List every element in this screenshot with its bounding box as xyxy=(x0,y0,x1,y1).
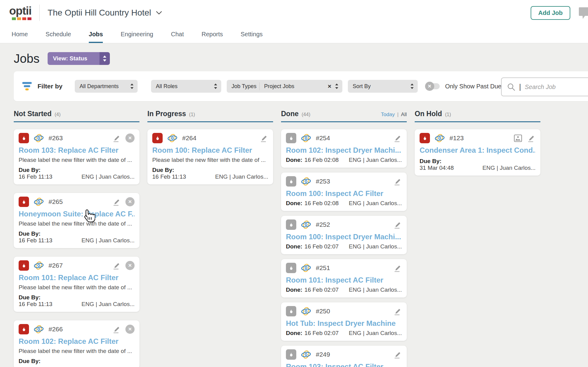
hotel-selector[interactable]: The Optii Hill Country Hotel xyxy=(48,8,162,18)
roles-select[interactable]: All Roles xyxy=(151,80,221,93)
job-id: #267 xyxy=(49,262,63,269)
time-value: 16 Feb 11:13 xyxy=(19,237,52,244)
job-id: #264 xyxy=(182,134,197,142)
chat-bubble-icon[interactable] xyxy=(578,6,588,19)
job-card[interactable]: #249 Room 103: Inspect AC Filter xyxy=(281,346,407,367)
card-header: #250 xyxy=(286,306,402,316)
job-card[interactable]: #123 Condenser Area 1: Inspect Cond... D… xyxy=(415,129,540,176)
assignee: ENG | Juan Carlos... xyxy=(81,301,135,308)
close-icon[interactable]: ✕ xyxy=(125,325,135,334)
job-card[interactable]: #250 Hot Tub: Inspect Dryer Machine Done… xyxy=(281,302,407,341)
add-job-button[interactable]: Add Job xyxy=(531,6,570,20)
assignee: ENG | Juan Carlos... xyxy=(349,200,402,207)
job-types-divider xyxy=(259,82,260,90)
job-card[interactable]: #266 ✕ Room 102: Replace AC Filter Pleas… xyxy=(14,320,139,367)
flame-icon xyxy=(155,135,161,141)
job-card[interactable]: #265 ✕ Honeymoon Suite: Replace AC F... … xyxy=(14,193,139,248)
edit-pencil-icon[interactable] xyxy=(112,325,121,334)
job-card[interactable]: #263 ✕ Room 103: Replace AC Filter Pleas… xyxy=(14,129,139,184)
edit-pencil-icon[interactable] xyxy=(112,198,121,206)
card-footer: Done:16 Feb 02:07 ENG | Juan Carlos... xyxy=(286,243,402,250)
job-title[interactable]: Room 103: Replace AC Filter xyxy=(19,146,135,154)
edit-pencil-icon[interactable] xyxy=(393,307,402,316)
job-title[interactable]: Room 102: Replace AC Filter xyxy=(19,337,135,345)
job-title[interactable]: Room 100: Inspect Dryer Machi... xyxy=(286,233,402,241)
done-label: Done: xyxy=(286,330,302,336)
edit-pencil-icon[interactable] xyxy=(393,220,402,229)
tab-chat[interactable]: Chat xyxy=(171,26,184,43)
column-header: Done (44) Today | All xyxy=(281,110,407,122)
column-count: (4) xyxy=(55,112,61,117)
card-footer: Done:16 Feb 02:07 ENG | Juan Carlos... xyxy=(286,330,402,337)
project-orbit-icon xyxy=(33,134,45,143)
tab-home[interactable]: Home xyxy=(12,26,28,43)
job-card[interactable]: #267 ✕ Room 101: Replace AC Filter Pleas… xyxy=(14,257,139,312)
logo-color-squares xyxy=(12,17,31,20)
job-types-label: Job Types xyxy=(232,83,257,90)
board-column-done: Done (44) Today | All #2 xyxy=(281,110,407,367)
job-title[interactable]: Room 103: Inspect AC Filter xyxy=(286,363,402,367)
project-orbit-icon xyxy=(300,220,312,229)
edit-pencil-icon[interactable] xyxy=(112,134,121,143)
chip-remove-icon[interactable]: ✕ xyxy=(327,84,331,89)
view-select-arrows-icon xyxy=(99,52,110,65)
job-title[interactable]: Room 101: Inspect AC Filter xyxy=(286,276,402,284)
photo-icon[interactable] xyxy=(514,134,522,142)
card-actions xyxy=(393,220,402,229)
edit-pencil-icon[interactable] xyxy=(393,264,402,273)
job-card[interactable]: #252 Room 100: Inspect Dryer Machi... Do… xyxy=(281,216,407,254)
column-title: Done xyxy=(281,110,299,118)
project-orbit-icon xyxy=(300,263,312,273)
edit-pencil-icon[interactable] xyxy=(393,177,402,186)
job-title[interactable]: Honeymoon Suite: Replace AC F... xyxy=(19,210,135,218)
roles-value: All Roles xyxy=(156,83,214,90)
top-bar: optii The Optii Hill Country Hotel Add J… xyxy=(0,0,588,26)
card-actions xyxy=(393,134,402,143)
all-link[interactable]: All xyxy=(401,112,407,118)
departments-value: All Departments xyxy=(80,83,130,90)
job-title[interactable]: Hot Tub: Inspect Dryer Machine xyxy=(286,319,402,327)
edit-pencil-icon[interactable] xyxy=(527,134,536,143)
close-icon[interactable]: ✕ xyxy=(125,134,135,143)
job-types-select[interactable]: Job Types Project Jobs ✕ xyxy=(227,80,342,93)
tab-reports[interactable]: Reports xyxy=(201,26,223,43)
past-due-toggle[interactable]: ✕ xyxy=(425,82,440,91)
card-actions xyxy=(393,177,402,186)
job-title[interactable]: Condenser Area 1: Inspect Cond... xyxy=(420,146,536,154)
updown-arrows-icon xyxy=(410,83,414,89)
edit-pencil-icon[interactable] xyxy=(259,134,268,143)
board: Not Started (4) #263 xyxy=(14,110,588,367)
time-value: 16 Feb 02:07 xyxy=(305,330,339,336)
search-input[interactable]: | Search Job xyxy=(501,77,588,96)
departments-select[interactable]: All Departments xyxy=(75,80,138,93)
close-icon[interactable]: ✕ xyxy=(125,197,135,206)
job-title[interactable]: Room 100: Replace AC Filter xyxy=(152,146,268,154)
job-card[interactable]: #253 Room 100: Inspect AC Filter Done:16… xyxy=(281,173,407,211)
job-title[interactable]: Room 102: Inspect Dryer Machi... xyxy=(286,146,402,154)
job-title[interactable]: Room 101: Replace AC Filter xyxy=(19,274,135,282)
edit-pencil-icon[interactable] xyxy=(393,134,402,143)
tab-engineering[interactable]: Engineering xyxy=(121,26,153,43)
job-title[interactable]: Room 100: Inspect AC Filter xyxy=(286,190,402,198)
column-header: Not Started (4) xyxy=(14,110,139,122)
edit-pencil-icon[interactable] xyxy=(393,350,402,359)
job-description: Please label the new filter with the dat… xyxy=(19,284,135,290)
job-id: #123 xyxy=(449,134,464,142)
tab-schedule[interactable]: Schedule xyxy=(45,26,71,43)
close-icon[interactable]: ✕ xyxy=(125,261,135,270)
priority-badge xyxy=(286,219,296,230)
edit-pencil-icon[interactable] xyxy=(112,261,121,270)
project-orbit-icon xyxy=(300,307,312,316)
view-select[interactable]: View: Status xyxy=(48,52,110,65)
tab-jobs[interactable]: Jobs xyxy=(89,26,103,43)
sort-by-select[interactable]: Sort By xyxy=(348,80,418,93)
job-card[interactable]: #254 Room 102: Inspect Dryer Machi... Do… xyxy=(281,129,407,168)
card-header: #123 xyxy=(420,133,536,143)
today-link[interactable]: Today xyxy=(381,112,395,118)
tab-settings[interactable]: Settings xyxy=(240,26,262,43)
priority-badge xyxy=(19,133,29,143)
footer-time: 31 Mar 04:48 xyxy=(420,165,454,171)
board-column-not-started: Not Started (4) #263 xyxy=(14,110,139,367)
job-card[interactable]: #251 Room 101: Inspect AC Filter Done:16… xyxy=(281,259,407,298)
job-card[interactable]: #264 Room 100: Replace AC Filter Please … xyxy=(147,129,273,184)
